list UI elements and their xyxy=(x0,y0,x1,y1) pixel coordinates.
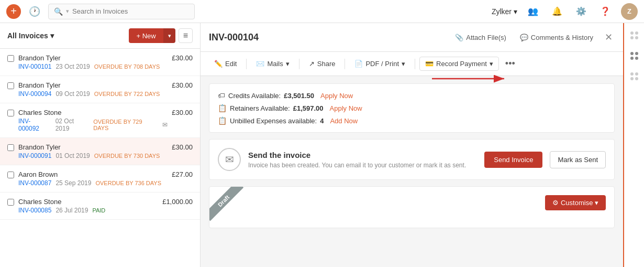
invoice-id[interactable]: INV-000092 xyxy=(18,118,51,132)
nav-right: Zylker ▾ 👥 🔔 ⚙️ ❓ Z xyxy=(492,3,638,20)
invoice-date: 01 Oct 2019 xyxy=(55,152,90,159)
comments-history-button[interactable]: 💬 Comments & History xyxy=(516,31,597,44)
all-invoices-label: All Invoices xyxy=(7,31,48,40)
invoice-info: Brandon Tyler INV-000101 23 Oct 2019 OVE… xyxy=(18,54,168,70)
invoice-amount: £1,000.00 xyxy=(162,198,193,206)
invoice-meta: INV-000094 09 Oct 2019 OVERDUE BY 722 DA… xyxy=(18,90,168,98)
close-button[interactable]: ✕ xyxy=(603,29,615,45)
invoice-status: OVERDUE BY 722 DAYS xyxy=(94,91,160,97)
list-item[interactable]: Charles Stone INV-000085 26 Jul 2019 PAI… xyxy=(0,193,200,220)
dot xyxy=(635,36,638,39)
panel-dots-1[interactable] xyxy=(627,27,641,44)
list-item[interactable]: Brandon Tyler INV-000094 09 Oct 2019 OVE… xyxy=(0,76,200,103)
toolbar-separator-3 xyxy=(345,59,345,69)
payment-icon: 💳 xyxy=(425,60,434,68)
invoice-checkbox[interactable] xyxy=(7,82,14,91)
invoice-checkbox[interactable] xyxy=(7,110,14,118)
attach-files-button[interactable]: 📎 Attach File(s) xyxy=(451,31,510,44)
list-item[interactable]: Brandon Tyler INV-000101 23 Oct 2019 OVE… xyxy=(0,49,200,76)
invoice-checkbox[interactable] xyxy=(7,55,14,63)
new-dropdown-arrow[interactable]: ▾ xyxy=(163,28,175,43)
history-icon[interactable]: 🕐 xyxy=(26,3,43,20)
credits-apply-link[interactable]: Apply Now xyxy=(320,92,353,100)
invoice-amount: £30.00 xyxy=(172,81,193,89)
content-header: INV-000104 📎 Attach File(s) 💬 Comments &… xyxy=(201,23,623,52)
invoice-date: 02 Oct 2019 xyxy=(55,118,90,132)
help-icon[interactable]: ❓ xyxy=(597,3,614,20)
edit-label: Edit xyxy=(225,60,237,68)
expenses-add-link[interactable]: Add Now xyxy=(330,117,358,125)
retainers-row: 📋 Retainers Available: £1,597.00 Apply N… xyxy=(218,104,606,112)
invoice-checkbox[interactable] xyxy=(7,172,14,180)
new-button[interactable]: + New xyxy=(129,28,163,43)
comments-icon: 💬 xyxy=(520,34,528,41)
invoice-date: 25 Sep 2019 xyxy=(55,179,91,187)
add-button[interactable]: + xyxy=(6,4,21,19)
search-dropdown-icon[interactable]: ▾ xyxy=(66,8,69,15)
edit-icon: ✏️ xyxy=(214,60,223,68)
settings-icon[interactable]: ⚙️ xyxy=(573,3,590,20)
comments-label: Comments & History xyxy=(531,34,593,41)
edit-button[interactable]: ✏️ Edit xyxy=(209,57,242,71)
pdf-chevron: ▾ xyxy=(402,60,405,68)
panel-dots-3[interactable] xyxy=(627,68,641,84)
list-item[interactable]: Charles Stone INV-000092 02 Oct 2019 OVE… xyxy=(0,103,200,138)
org-selector[interactable]: Zylker ▾ xyxy=(492,7,517,16)
invoice-checkbox[interactable] xyxy=(7,199,14,207)
mails-icon: ✉️ xyxy=(256,60,264,68)
draft-ribbon: Draft xyxy=(209,187,243,221)
dot xyxy=(630,72,634,76)
invoice-meta: INV-000101 23 Oct 2019 OVERDUE BY 708 DA… xyxy=(18,63,168,70)
invoice-id[interactable]: INV-000101 xyxy=(18,63,51,70)
record-payment-button[interactable]: 💳 Record Payment ▾ xyxy=(419,57,499,71)
invoice-info: Charles Stone INV-000085 26 Jul 2019 PAI… xyxy=(18,198,158,214)
more-icon: ••• xyxy=(505,58,515,69)
pdf-print-button[interactable]: 📄 PDF / Print ▾ xyxy=(349,57,410,71)
invoice-checkbox[interactable] xyxy=(7,144,14,153)
retainers-apply-link[interactable]: Apply Now xyxy=(330,104,362,112)
more-options-button[interactable]: ••• xyxy=(501,56,519,71)
record-payment-chevron: ▾ xyxy=(490,60,493,68)
mails-button[interactable]: ✉️ Mails ▾ xyxy=(251,57,294,71)
list-view-button[interactable]: ≡ xyxy=(179,28,193,43)
dot xyxy=(630,31,634,35)
content-panel: INV-000104 📎 Attach File(s) 💬 Comments &… xyxy=(201,23,623,267)
invoice-id[interactable]: INV-000085 xyxy=(18,207,51,214)
list-item[interactable]: Aaron Brown INV-000087 25 Sep 2019 OVERD… xyxy=(0,165,200,193)
retainers-icon: 📋 xyxy=(218,104,227,112)
invoice-customer-name: Brandon Tyler xyxy=(18,143,168,151)
sidebar-header: All Invoices ▾ + New ▾ ≡ xyxy=(0,23,200,49)
invoice-customer-name: Charles Stone xyxy=(18,198,158,206)
credits-icon: 🏷 xyxy=(218,91,225,100)
share-button[interactable]: ↗ Share xyxy=(304,57,341,71)
customise-button[interactable]: ⚙ Customise ▾ xyxy=(545,195,606,210)
invoice-id[interactable]: INV-000094 xyxy=(18,90,51,98)
content-body: 🏷 Credits Available: £3,501.50 Apply Now… xyxy=(201,76,623,267)
list-item[interactable]: Brandon Tyler INV-000091 01 Oct 2019 OVE… xyxy=(0,138,200,165)
send-title: Send the invoice xyxy=(248,151,477,159)
info-card: 🏷 Credits Available: £3,501.50 Apply Now… xyxy=(209,83,615,133)
invoice-id[interactable]: INV-000087 xyxy=(18,179,51,187)
invoice-status: OVERDUE BY 708 DAYS xyxy=(94,63,160,70)
invoice-customer-name: Brandon Tyler xyxy=(18,81,168,89)
invoice-id[interactable]: INV-000091 xyxy=(18,152,51,159)
invoice-meta: INV-000091 01 Oct 2019 OVERDUE BY 730 DA… xyxy=(18,152,168,159)
new-label: + New xyxy=(136,32,156,40)
search-input[interactable] xyxy=(72,7,189,15)
users-icon[interactable]: 👥 xyxy=(525,3,541,20)
send-text: Send the invoice Invoice has been create… xyxy=(248,151,477,169)
all-invoices-btn[interactable]: All Invoices ▾ xyxy=(7,31,54,40)
dot xyxy=(635,57,638,60)
bell-icon[interactable]: 🔔 xyxy=(549,3,565,20)
mark-as-sent-button[interactable]: Mark as Sent xyxy=(550,151,606,168)
invoice-amount: £30.00 xyxy=(172,54,193,62)
send-invoice-button[interactable]: Send Invoice xyxy=(484,152,542,168)
avatar[interactable]: Z xyxy=(621,3,638,20)
invoice-amount: £30.00 xyxy=(172,143,193,151)
dot xyxy=(630,36,634,39)
credits-label: Credits Available: xyxy=(228,92,281,100)
org-chevron: ▾ xyxy=(514,7,517,16)
panel-dots-2[interactable] xyxy=(627,48,641,64)
sidebar: All Invoices ▾ + New ▾ ≡ Brandon Tyler xyxy=(0,23,201,267)
draft-corner: Draft xyxy=(209,187,246,223)
